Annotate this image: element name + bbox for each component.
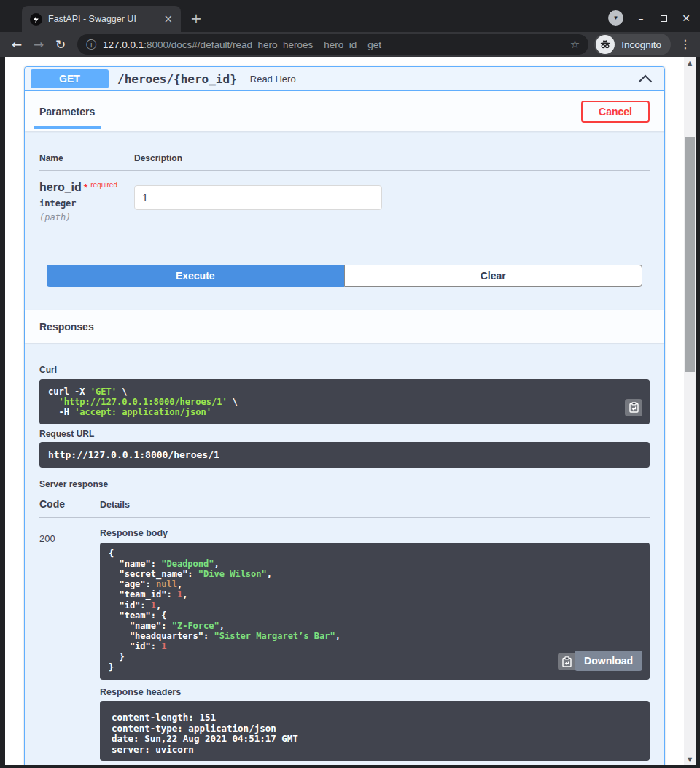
scroll-down-button[interactable]: ▼	[684, 753, 696, 765]
tab-close-icon[interactable]: ×	[160, 14, 176, 25]
parameter-row: hero_id*required integer (path)	[39, 171, 650, 237]
minimize-button[interactable]: –	[636, 13, 646, 23]
column-code: Code	[39, 498, 100, 510]
server-response-table-header: Code Details	[39, 498, 650, 518]
incognito-label: Incognito	[621, 39, 661, 50]
browser-tab[interactable]: FastAPI - Swagger UI ×	[22, 6, 181, 32]
cancel-button[interactable]: Cancel	[581, 101, 650, 123]
curl-label: Curl	[39, 365, 650, 375]
column-details: Details	[100, 500, 650, 510]
caret-down-icon: ▾	[614, 15, 618, 21]
response-body-label: Response body	[100, 528, 650, 538]
collapse-chevron-icon[interactable]	[638, 74, 653, 83]
site-info-icon[interactable]: ⓘ	[86, 39, 96, 50]
responses-body: Curl curl -X 'GET' \ 'http://127.0.0.1:8…	[25, 343, 664, 765]
url-host: 127.0.0.1	[103, 39, 144, 50]
swagger-page: GET /heroes/{hero_id} Read Hero Paramete…	[5, 57, 684, 765]
endpoint-summary-row[interactable]: GET /heroes/{hero_id} Read Hero	[25, 67, 664, 91]
tab-parameters[interactable]: Parameters	[39, 106, 95, 117]
required-label: required	[90, 181, 117, 189]
parameters-table-header: Name Description	[39, 131, 650, 171]
parameter-location: (path)	[39, 212, 134, 222]
new-tab-button[interactable]: +	[190, 12, 202, 26]
execute-button[interactable]: Execute	[47, 265, 344, 287]
scrollbar-thumb[interactable]	[685, 137, 695, 372]
scroll-up-button[interactable]: ▲	[684, 57, 696, 69]
close-window-button[interactable]: ✕	[681, 13, 691, 23]
responses-section-header: Responses	[25, 310, 664, 343]
column-name: Name	[39, 153, 134, 163]
required-star: *	[84, 182, 88, 193]
response-headers-block: content-length: 151content-type: applica…	[100, 701, 650, 761]
reload-button[interactable]: ↻	[50, 39, 71, 51]
parameter-name: hero_id*required	[39, 181, 134, 194]
vertical-scrollbar[interactable]: ▲ ▼	[684, 57, 696, 765]
fastapi-logo-icon	[30, 13, 42, 26]
incognito-icon	[596, 35, 615, 54]
endpoint-description: Read Hero	[250, 74, 296, 85]
opblock-get-heroes-hero-id: GET /heroes/{hero_id} Read Hero Paramete…	[24, 66, 665, 765]
window-controls: ▾ – ✕	[608, 10, 691, 26]
browser-toolbar: ← → ↻ ⓘ 127.0.0.1:8000/docs#/default/rea…	[0, 32, 700, 57]
parameter-type: integer	[39, 198, 134, 209]
curl-code-block: curl -X 'GET' \ 'http://127.0.0.1:8000/h…	[39, 379, 650, 424]
forward-button[interactable]: →	[28, 39, 50, 51]
column-description: Description	[134, 153, 182, 163]
clear-button[interactable]: Clear	[344, 265, 643, 287]
incognito-badge: Incognito	[594, 34, 671, 55]
bookmark-star-icon[interactable]: ☆	[570, 39, 580, 50]
status-code: 200	[39, 528, 100, 761]
response-body-block: { "name": "Deadpond", "secret_name": "Di…	[100, 543, 650, 680]
maximize-icon	[661, 15, 667, 22]
copy-response-button[interactable]	[558, 653, 575, 670]
tab-bar: FastAPI - Swagger UI × + ▾ – ✕	[0, 0, 700, 32]
request-url-value: http://127.0.0.1:8000/heroes/1	[48, 449, 641, 460]
endpoint-path: /heroes/{hero_id}	[117, 72, 237, 86]
menu-icon[interactable]: ⋮	[680, 39, 691, 50]
parameters-section-header: Parameters Cancel	[25, 91, 664, 131]
request-url-label: Request URL	[39, 429, 650, 439]
execute-row: Execute Clear	[47, 265, 642, 287]
hero-id-input[interactable]	[134, 185, 382, 210]
responses-title: Responses	[39, 321, 94, 333]
download-button[interactable]: Download	[575, 651, 642, 671]
browser-window: FastAPI - Swagger UI × + ▾ – ✕ ← → ↻ ⓘ 1…	[0, 0, 700, 768]
url-text: 127.0.0.1:8000/docs#/default/read_hero_h…	[103, 39, 564, 50]
parameters-body: Name Description hero_id*required intege…	[25, 131, 664, 310]
tab-search-button[interactable]: ▾	[608, 10, 623, 26]
url-bar[interactable]: ⓘ 127.0.0.1:8000/docs#/default/read_hero…	[77, 34, 588, 55]
url-path: :8000/docs#/default/read_hero_heroes__he…	[144, 39, 381, 50]
server-response-label: Server response	[39, 479, 650, 489]
page-viewport: GET /heroes/{hero_id} Read Hero Paramete…	[0, 57, 700, 765]
server-response-row: 200 Response body { "name": "Deadpond", …	[39, 518, 650, 761]
copy-curl-button[interactable]	[625, 399, 642, 416]
maximize-button[interactable]	[658, 13, 669, 23]
back-button[interactable]: ←	[6, 39, 28, 51]
method-badge: GET	[31, 69, 109, 88]
tab-title: FastAPI - Swagger UI	[48, 14, 160, 24]
parameters-table: Name Description hero_id*required intege…	[25, 131, 664, 237]
response-headers-label: Response headers	[100, 687, 650, 697]
request-url-block: http://127.0.0.1:8000/heroes/1	[39, 442, 650, 468]
parameters-tab-active-indicator	[34, 126, 101, 129]
